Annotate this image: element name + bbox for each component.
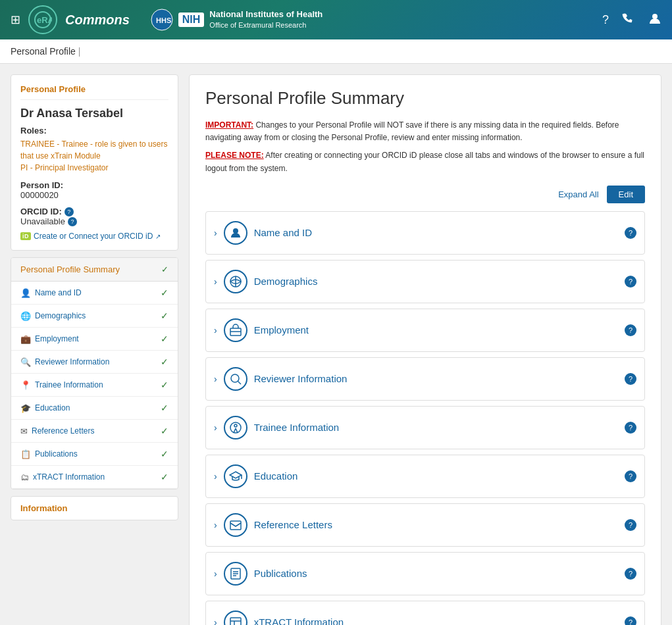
please-note-label: PLEASE NOTE: <box>205 151 264 160</box>
section-icon-name-id <box>224 221 247 245</box>
nav-check-icon: ✓ <box>161 264 168 274</box>
cera-logo: eRA <box>28 5 57 34</box>
orcid-value: Unavailable <box>20 216 65 226</box>
section-label-reviewer-info: Reviewer Information <box>254 373 348 384</box>
edit-button[interactable]: Edit <box>607 186 645 203</box>
svg-point-10 <box>231 374 239 382</box>
chevron-xtract: › <box>214 617 217 625</box>
section-employment[interactable]: › Employment ? <box>205 309 645 352</box>
app-header: ⊞ eRA Commons HHS NIH National Institute… <box>0 0 672 39</box>
chevron-name-id: › <box>214 228 217 238</box>
chevron-reviewer-info: › <box>214 374 217 384</box>
section-demographics[interactable]: › Demographics ? <box>205 260 645 303</box>
section-reference-letters[interactable]: › Reference Letters ? <box>205 503 645 547</box>
nav-check-reviewer-info: ✓ <box>161 357 168 367</box>
orcid-create-link[interactable]: Create or Connect your ORCID iD <box>34 232 153 241</box>
nav-item-education[interactable]: 🎓 Education ✓ <box>11 397 178 420</box>
section-publications[interactable]: › Publications ? <box>205 552 645 595</box>
orcid-help-icon[interactable]: ? <box>65 207 74 216</box>
nav-icon-reviewer-info: 🔍 <box>20 357 31 367</box>
expand-all-link[interactable]: Expand All <box>558 189 598 199</box>
person-id-field: Person ID: 00000020 <box>20 180 168 200</box>
section-label-publications: Publications <box>254 568 307 579</box>
info-card-title: Information <box>20 503 168 513</box>
nav-item-trainee-info[interactable]: 📍 Trainee Information ✓ <box>11 374 178 397</box>
orcid-unavailable-help-icon[interactable]: ? <box>68 217 77 226</box>
nav-label-name-id: Name and ID <box>35 288 82 297</box>
section-label-trainee-info: Trainee Information <box>254 422 340 433</box>
nav-item-demographics[interactable]: 🌐 Demographics ✓ <box>11 305 178 328</box>
section-reviewer-info[interactable]: › Reviewer Information ? <box>205 357 645 401</box>
please-note-text: After creating or connecting your ORCID … <box>205 151 644 172</box>
nav-check-employment: ✓ <box>161 334 168 344</box>
role-pi: PI - Principal Investigator <box>20 162 168 174</box>
nav-check-publications: ✓ <box>161 449 168 459</box>
section-help-demographics[interactable]: ? <box>625 276 636 288</box>
orcid-id-badge: iD <box>20 232 31 240</box>
profile-card-title: Personal Profile <box>20 84 168 100</box>
chevron-trainee-info: › <box>214 422 217 433</box>
section-icon-publications <box>224 562 247 586</box>
svg-text:eRA: eRA <box>37 15 52 25</box>
nav-item-xtract[interactable]: 🗂 xTRACT Information ✓ <box>11 466 178 489</box>
important-text: Changes to your Personal Profile will NO… <box>205 120 619 142</box>
nih-text: National Institutes of Health Office of … <box>209 9 323 30</box>
important-label: IMPORTANT: <box>205 120 253 130</box>
app-name: Commons <box>65 12 130 28</box>
section-icon-trainee-info <box>224 416 247 439</box>
nav-label-education: Education <box>35 403 70 413</box>
section-help-reference-letters[interactable]: ? <box>625 519 636 531</box>
nav-card: Personal Profile Summary ✓ 👤 Name and ID… <box>11 257 178 489</box>
section-trainee-info[interactable]: › Trainee Information ? <box>205 406 645 449</box>
expand-row: Expand All Edit <box>205 186 645 203</box>
profile-card: Personal Profile Dr Anasa Tersabel Roles… <box>11 74 178 251</box>
roles-label: Roles: <box>20 126 168 136</box>
nav-check-name-id: ✓ <box>161 288 168 298</box>
section-help-employment[interactable]: ? <box>625 324 636 336</box>
breadcrumb-separator: | <box>78 46 81 57</box>
section-icon-reviewer-info <box>224 367 247 391</box>
svg-text:HHS: HHS <box>156 16 171 24</box>
nih-badge: NIH <box>178 12 205 27</box>
nav-item-reference-letters[interactable]: ✉ Reference Letters ✓ <box>11 420 178 443</box>
section-icon-demographics <box>224 270 247 293</box>
section-icon-education <box>224 464 247 488</box>
chevron-education: › <box>214 471 217 482</box>
nav-item-reviewer-info[interactable]: 🔍 Reviewer Information ✓ <box>11 351 178 374</box>
section-help-name-id[interactable]: ? <box>625 227 636 239</box>
section-xtract[interactable]: › xTRACT Information ? <box>205 601 645 625</box>
svg-line-11 <box>238 381 241 384</box>
section-help-trainee-info[interactable]: ? <box>625 422 636 434</box>
help-icon[interactable]: ? <box>602 13 609 27</box>
main-layout: Personal Profile Dr Anasa Tersabel Roles… <box>0 64 672 625</box>
grid-icon[interactable]: ⊞ <box>11 12 20 27</box>
section-help-xtract[interactable]: ? <box>625 616 636 625</box>
section-help-publications[interactable]: ? <box>625 568 636 580</box>
nav-label-employment: Employment <box>35 334 79 343</box>
nav-check-reference-letters: ✓ <box>161 426 168 436</box>
section-education[interactable]: › Education ? <box>205 455 645 498</box>
nav-check-demographics: ✓ <box>161 311 168 321</box>
chevron-reference-letters: › <box>214 520 217 530</box>
nav-label-publications: Publications <box>35 449 78 459</box>
info-card: Information <box>11 496 178 520</box>
nav-label-demographics: Demographics <box>35 311 86 320</box>
section-help-education[interactable]: ? <box>625 470 636 482</box>
section-label-demographics: Demographics <box>254 276 318 287</box>
nav-item-publications[interactable]: 📋 Publications ✓ <box>11 443 178 466</box>
section-label-education: Education <box>254 470 298 482</box>
nav-item-name-id[interactable]: 👤 Name and ID ✓ <box>11 282 178 305</box>
nav-check-xtract: ✓ <box>161 472 168 482</box>
section-name-id[interactable]: › Name and ID ? <box>205 211 645 255</box>
section-help-reviewer-info[interactable]: ? <box>625 373 636 385</box>
phone-icon[interactable] <box>622 12 635 28</box>
person-id-value: 00000020 <box>20 190 168 200</box>
nav-check-trainee-info: ✓ <box>161 380 168 390</box>
user-icon[interactable] <box>648 12 661 28</box>
important-message: IMPORTANT: Changes to your Personal Prof… <box>205 119 645 144</box>
section-label-reference-letters: Reference Letters <box>254 519 332 530</box>
nih-logo: HHS NIH National Institutes of Health Of… <box>151 9 323 31</box>
svg-point-5 <box>233 228 238 234</box>
nav-icon-name-id: 👤 <box>20 288 31 298</box>
nav-item-employment[interactable]: 💼 Employment ✓ <box>11 328 178 351</box>
